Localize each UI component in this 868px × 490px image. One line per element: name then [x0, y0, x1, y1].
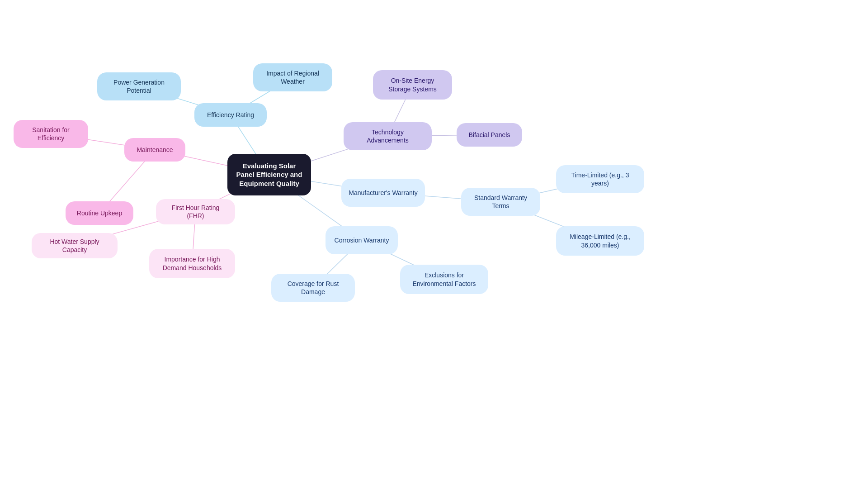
corrosion-warranty-node: Corrosion Warranty	[326, 226, 398, 254]
exclusions-env-node: Exclusions for Environmental Factors	[400, 265, 488, 294]
hot-water-node: Hot Water Supply Capacity	[32, 233, 118, 258]
standard-warranty-node: Standard Warranty Terms	[461, 188, 540, 216]
importance-high-demand-node: Importance for High Demand Households	[149, 249, 235, 278]
bifacial-panels-node: Bifacial Panels	[457, 123, 522, 147]
routine-upkeep-node: Routine Upkeep	[66, 201, 133, 225]
coverage-rust-node: Coverage for Rust Damage	[271, 274, 355, 302]
technology-advancements-node: Technology Advancements	[344, 122, 432, 150]
efficiency-rating-node: Efficiency Rating	[194, 103, 267, 127]
sanitation-node: Sanitation for Efficiency	[14, 120, 88, 148]
impact-weather-node: Impact of Regional Weather	[253, 63, 332, 91]
center-node: Evaluating Solar Panel Efficiency and Eq…	[227, 154, 311, 195]
manufacturers-warranty-node: Manufacturer's Warranty	[341, 179, 425, 207]
time-limited-node: Time-Limited (e.g., 3 years)	[556, 165, 644, 193]
mileage-limited-node: Mileage-Limited (e.g., 36,000 miles)	[556, 226, 644, 256]
maintenance-node: Maintenance	[124, 138, 185, 162]
on-site-storage-node: On-Site Energy Storage Systems	[373, 70, 452, 100]
fhr-node: First Hour Rating (FHR)	[156, 199, 235, 224]
power-generation-node: Power Generation Potential	[97, 72, 181, 100]
mindmap-container: Evaluating Solar Panel Efficiency and Eq…	[0, 0, 868, 490]
